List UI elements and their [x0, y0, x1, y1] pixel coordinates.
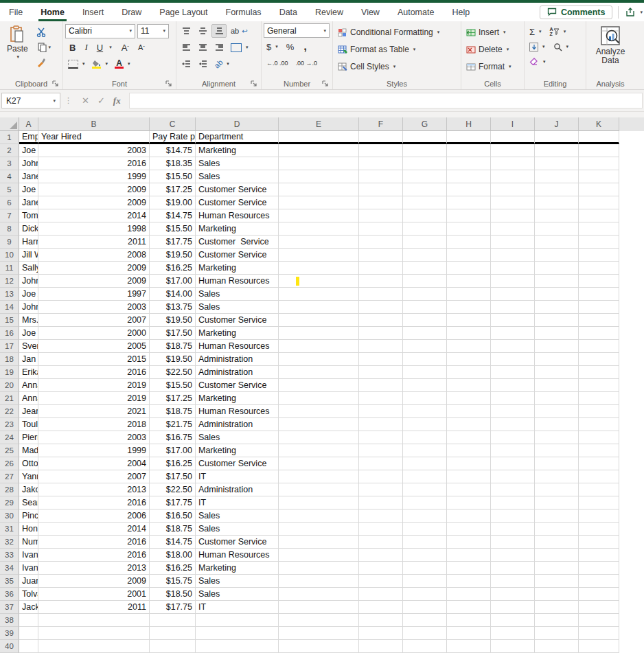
- cell-K30[interactable]: [579, 509, 619, 523]
- cell-E13[interactable]: [279, 288, 359, 301]
- cell-K33[interactable]: [579, 549, 619, 562]
- cell-A9[interactable]: Harry: [19, 236, 38, 249]
- cell-D11[interactable]: Marketing: [196, 262, 279, 275]
- cell-C27[interactable]: $17.50: [150, 470, 196, 483]
- cell-I9[interactable]: [491, 236, 535, 249]
- cell-K17[interactable]: [579, 340, 619, 353]
- cell-I24[interactable]: [491, 431, 535, 444]
- cell-K14[interactable]: [579, 301, 619, 314]
- cell-I18[interactable]: [491, 353, 535, 366]
- cell-H30[interactable]: [447, 509, 491, 523]
- cell-J17[interactable]: [535, 340, 579, 353]
- cell-D29[interactable]: IT: [196, 496, 279, 509]
- cell-D40[interactable]: [196, 640, 279, 653]
- cell-E18[interactable]: [279, 353, 359, 366]
- insert-function-button[interactable]: fx: [113, 95, 121, 106]
- cell-A12[interactable]: John Smith: [19, 275, 38, 288]
- cell-B35[interactable]: 2009: [38, 575, 150, 588]
- underline-button[interactable]: U: [93, 40, 107, 55]
- cell-B4[interactable]: 1999: [38, 170, 150, 183]
- cell-I31[interactable]: [491, 523, 535, 536]
- cell-G13[interactable]: [403, 288, 447, 301]
- cell-G24[interactable]: [403, 431, 447, 444]
- tab-review[interactable]: Review: [306, 3, 352, 21]
- cell-F28[interactable]: [359, 483, 403, 496]
- cell-F29[interactable]: [359, 496, 403, 509]
- cell-G39[interactable]: [403, 627, 447, 640]
- cell-J5[interactable]: [535, 183, 579, 196]
- cell-A13[interactable]: Joe Average: [19, 288, 38, 301]
- cell-J35[interactable]: [535, 575, 579, 588]
- chevron-down-icon[interactable]: ▾: [109, 45, 112, 50]
- cell-I25[interactable]: [491, 444, 535, 457]
- cell-G26[interactable]: [403, 457, 447, 470]
- cell-J25[interactable]: [535, 444, 579, 457]
- cell-K21[interactable]: [579, 392, 619, 405]
- cell-A38[interactable]: [19, 614, 38, 627]
- tab-automate[interactable]: Automate: [389, 3, 444, 21]
- cell-E5[interactable]: [279, 183, 359, 196]
- cell-G29[interactable]: [403, 496, 447, 509]
- cell-J26[interactable]: [535, 457, 579, 470]
- col-header-E[interactable]: E: [279, 117, 359, 131]
- cell-K25[interactable]: [579, 444, 619, 457]
- cell-K35[interactable]: [579, 575, 619, 588]
- cell-H36[interactable]: [447, 588, 491, 601]
- cell-H1[interactable]: [447, 131, 491, 144]
- cell-C3[interactable]: $18.35: [150, 157, 196, 170]
- conditional-formatting-button[interactable]: Conditional Formatting▾: [335, 25, 442, 40]
- cell-F40[interactable]: [359, 640, 403, 653]
- cell-G31[interactable]: [403, 523, 447, 536]
- cell-D8[interactable]: Marketing: [196, 222, 279, 236]
- cell-I7[interactable]: [491, 209, 535, 222]
- font-size-combo[interactable]: 11▾: [137, 24, 169, 38]
- cell-B8[interactable]: 1998: [38, 222, 150, 236]
- row-header-13[interactable]: 13: [0, 288, 19, 301]
- col-header-I[interactable]: I: [491, 117, 535, 131]
- cell-B20[interactable]: 2019: [38, 379, 150, 392]
- cell-C37[interactable]: $17.75: [150, 601, 196, 614]
- cell-A27[interactable]: Yannis Papadopoulos: [19, 470, 38, 483]
- cell-G33[interactable]: [403, 549, 447, 562]
- cell-J33[interactable]: [535, 549, 579, 562]
- cell-A29[interactable]: Sean O'Something: [19, 496, 38, 509]
- cell-F23[interactable]: [359, 418, 403, 431]
- cell-J9[interactable]: [535, 236, 579, 249]
- cell-K5[interactable]: [579, 183, 619, 196]
- cell-C15[interactable]: $19.50: [150, 314, 196, 327]
- italic-button[interactable]: I: [80, 40, 91, 55]
- cancel-entry-icon[interactable]: ✕: [82, 95, 89, 106]
- cell-J29[interactable]: [535, 496, 579, 509]
- font-dialog-launcher[interactable]: [165, 80, 172, 87]
- cell-H29[interactable]: [447, 496, 491, 509]
- row-header-27[interactable]: 27: [0, 470, 19, 483]
- cell-I15[interactable]: [491, 314, 535, 327]
- tab-help[interactable]: Help: [443, 3, 479, 21]
- cell-C26[interactable]: $16.25: [150, 457, 196, 470]
- cell-E16[interactable]: [279, 327, 359, 340]
- cell-B26[interactable]: 2004: [38, 457, 150, 470]
- cell-C1[interactable]: Pay Rate per Hour: [150, 131, 196, 144]
- cell-I6[interactable]: [491, 196, 535, 209]
- cell-I36[interactable]: [491, 588, 535, 601]
- cell-C36[interactable]: $18.50: [150, 588, 196, 601]
- cell-A11[interactable]: Sally Soandso: [19, 262, 38, 275]
- cell-F31[interactable]: [359, 523, 403, 536]
- cell-E15[interactable]: [279, 314, 359, 327]
- decrease-decimal-button[interactable]: .00 →.0: [293, 56, 321, 70]
- confirm-entry-icon[interactable]: ✓: [97, 95, 105, 106]
- cell-J15[interactable]: [535, 314, 579, 327]
- cell-J24[interactable]: [535, 431, 579, 444]
- cell-J18[interactable]: [535, 353, 579, 366]
- cell-E9[interactable]: [279, 236, 359, 249]
- align-top-button[interactable]: [179, 24, 194, 38]
- cell-K32[interactable]: [579, 536, 619, 549]
- cell-A28[interactable]: Jakob Gipsch: [19, 483, 38, 496]
- cell-J13[interactable]: [535, 288, 579, 301]
- cell-C2[interactable]: $14.75: [150, 144, 196, 157]
- cell-E21[interactable]: [279, 392, 359, 405]
- cell-G7[interactable]: [403, 209, 447, 222]
- cell-F10[interactable]: [359, 249, 403, 262]
- select-all-corner[interactable]: [0, 117, 19, 131]
- alignment-dialog-launcher[interactable]: [250, 80, 257, 87]
